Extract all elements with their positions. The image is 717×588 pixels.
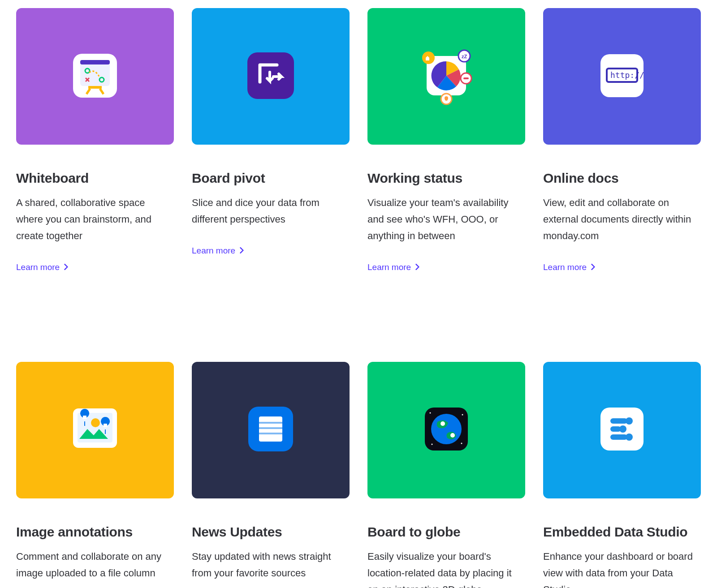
card-title: Working status <box>367 171 525 186</box>
board-pivot-icon <box>247 52 294 101</box>
card-desc: View, edit and collaborate on external d… <box>543 195 701 245</box>
tile-whiteboard <box>16 8 174 145</box>
learn-more-link[interactable]: Learn more <box>16 262 174 272</box>
card-desc: A shared, collaborative space where you … <box>16 195 174 245</box>
card-title: Board pivot <box>192 171 350 186</box>
tile-board-to-globe <box>367 362 525 498</box>
card-title: Whiteboard <box>16 171 174 186</box>
card-title: News Updates <box>192 524 350 540</box>
learn-more-link[interactable]: Learn more <box>367 262 525 272</box>
learn-more-label: Learn more <box>16 262 60 272</box>
chevron-right-icon <box>64 262 69 272</box>
tile-embedded-data-studio <box>543 362 701 498</box>
learn-more-label: Learn more <box>543 262 587 272</box>
card-title: Image annotations <box>16 524 174 540</box>
card-working-status[interactable]: zZ Working status Visualize your team's … <box>367 8 525 272</box>
svg-rect-2 <box>80 60 110 64</box>
tile-working-status: zZ <box>367 8 525 145</box>
embedded-data-studio-icon <box>599 406 645 454</box>
svg-rect-5 <box>88 86 102 89</box>
tile-image-annotations <box>16 362 174 498</box>
online-docs-icon: http:// <box>599 52 645 101</box>
svg-point-34 <box>461 443 462 444</box>
svg-point-41 <box>626 433 633 441</box>
image-annotations-icon <box>70 406 120 454</box>
svg-rect-26 <box>259 433 282 434</box>
svg-point-37 <box>626 417 633 425</box>
tile-online-docs: http:// <box>543 8 701 145</box>
card-desc: Comment and collaborate on any image upl… <box>16 549 174 582</box>
card-title: Embedded Data Studio <box>543 524 701 540</box>
svg-point-28 <box>431 414 462 444</box>
chevron-right-icon <box>415 262 420 272</box>
svg-rect-40 <box>610 434 627 440</box>
card-online-docs[interactable]: http:// Online docs View, edit and colla… <box>543 8 701 272</box>
card-desc: Visualize your team's availability and s… <box>367 195 525 245</box>
news-updates-icon <box>248 407 293 453</box>
learn-more-link[interactable]: Learn more <box>192 246 350 256</box>
tile-board-pivot <box>192 8 350 145</box>
svg-rect-12 <box>463 77 469 79</box>
svg-point-30 <box>450 433 455 438</box>
svg-point-32 <box>462 414 463 416</box>
card-news-updates[interactable]: News Updates Stay updated with news stra… <box>192 362 350 588</box>
svg-point-39 <box>619 425 626 433</box>
svg-rect-20 <box>83 416 86 419</box>
card-board-pivot[interactable]: Board pivot Slice and dice your data fro… <box>192 8 350 272</box>
whiteboard-icon <box>70 51 120 102</box>
card-desc: Stay updated with news straight from you… <box>192 549 350 582</box>
card-board-to-globe[interactable]: Board to globe Easily visualize your boa… <box>367 362 525 588</box>
svg-text:http://: http:// <box>610 70 644 80</box>
learn-more-label: Learn more <box>367 262 411 272</box>
learn-more-link[interactable]: Learn more <box>543 262 701 272</box>
card-image-annotations[interactable]: Image annotations Comment and collaborat… <box>16 362 174 588</box>
svg-rect-36 <box>610 418 627 424</box>
chevron-right-icon <box>240 246 244 256</box>
svg-point-29 <box>441 421 445 426</box>
chevron-right-icon <box>591 262 596 272</box>
card-embedded-data-studio[interactable]: Embedded Data Studio Enhance your dashbo… <box>543 362 701 588</box>
card-whiteboard[interactable]: Whiteboard A shared, collaborative space… <box>16 8 174 272</box>
card-title: Online docs <box>543 171 701 186</box>
svg-point-33 <box>432 444 433 445</box>
svg-rect-21 <box>104 424 107 427</box>
card-title: Board to globe <box>367 524 525 540</box>
learn-more-label: Learn more <box>192 246 235 256</box>
svg-point-31 <box>430 412 431 414</box>
feature-grid: Whiteboard A shared, collaborative space… <box>16 8 701 588</box>
working-status-icon: zZ <box>415 44 478 109</box>
board-to-globe-icon <box>423 406 470 454</box>
svg-point-19 <box>91 418 100 427</box>
card-desc: Slice and dice your data from different … <box>192 195 350 228</box>
svg-text:zZ: zZ <box>462 54 467 59</box>
card-desc: Easily visualize your board's location-r… <box>367 549 525 588</box>
svg-rect-25 <box>259 427 282 429</box>
svg-rect-24 <box>259 422 282 424</box>
tile-news-updates <box>192 362 350 498</box>
card-desc: Enhance your dashboard or board view wit… <box>543 549 701 588</box>
